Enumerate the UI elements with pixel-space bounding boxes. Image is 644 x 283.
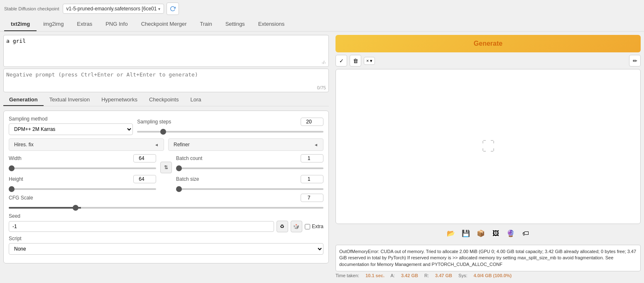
- positive-prompt-input[interactable]: a gril: [6, 38, 326, 63]
- sampling-steps-header: Sampling steps: [137, 118, 323, 126]
- nav-tab-settings[interactable]: Settings: [219, 17, 252, 31]
- image-placeholder-icon: ⛶: [482, 139, 495, 154]
- sys-label: Sys:: [458, 273, 467, 278]
- recycle-seed-button[interactable]: ♻: [277, 221, 288, 232]
- nav-tab-png-info[interactable]: PNG Info: [99, 17, 134, 31]
- image-toolbar: 📂 💾 📦 🖼 🔮 🏷: [335, 224, 641, 243]
- batch-size-slider[interactable]: [176, 188, 323, 190]
- checkpoint-dropdown[interactable]: v1-5-pruned-emaonly.safetensors [6ce01 ▾: [63, 4, 164, 14]
- trash-button[interactable]: 🗑: [350, 55, 361, 66]
- cfg-scale-group: CFG Scale: [9, 194, 323, 210]
- width-slider[interactable]: [9, 167, 156, 169]
- script-select[interactable]: None: [9, 243, 323, 255]
- r-label: R:: [424, 273, 429, 278]
- r-value: 3.47 GB: [435, 273, 452, 278]
- cfg-scale-value[interactable]: [301, 194, 323, 202]
- batch-count-slider[interactable]: [176, 167, 323, 169]
- zip-btn[interactable]: 📦: [475, 227, 487, 240]
- height-value[interactable]: [133, 175, 156, 183]
- a-label: A:: [390, 273, 394, 278]
- sub-tab-checkpoints[interactable]: Checkpoints: [143, 94, 185, 106]
- error-log-text: OutOfMemoryError: CUDA out of memory. Tr…: [339, 249, 636, 267]
- style-clear-button[interactable]: × ▾: [364, 57, 375, 65]
- sampling-method-label: Sampling method: [9, 116, 133, 122]
- negative-prompt-area: 0/75: [3, 69, 329, 92]
- sub-tabs: Generation Textual Inversion Hypernetwor…: [3, 94, 329, 106]
- image-area: ⛶: [335, 69, 641, 224]
- sampling-steps-value[interactable]: [301, 118, 323, 126]
- tag-btn[interactable]: 🏷: [519, 227, 532, 240]
- controls-area: Sampling method DPM++ 2M Karras Sampling…: [3, 111, 329, 263]
- sampling-method-row: Sampling method DPM++ 2M Karras Sampling…: [9, 116, 323, 135]
- height-label: Height: [9, 176, 23, 182]
- seed-row: ♻ 🎲 Extra: [9, 221, 323, 232]
- error-log: OutOfMemoryError: CUDA out of memory. Tr…: [335, 245, 641, 271]
- nav-tab-train[interactable]: Train: [193, 17, 219, 31]
- dice-seed-button[interactable]: 🎲: [291, 221, 302, 232]
- refiner-label: Refiner: [174, 142, 190, 148]
- batch-count-value[interactable]: [301, 154, 323, 162]
- top-bar: Stable Diffusion checkpoint v1-5-pruned-…: [0, 0, 644, 17]
- sampling-steps-slider[interactable]: [137, 131, 323, 133]
- batch-count-label: Batch count: [176, 155, 202, 161]
- sub-tab-textual-inversion[interactable]: Textual Inversion: [44, 94, 96, 106]
- sub-tab-generation[interactable]: Generation: [3, 94, 44, 106]
- swap-dimensions-button[interactable]: ⇅: [160, 162, 172, 173]
- batch-size-label: Batch size: [176, 176, 199, 182]
- script-label: Script: [9, 236, 323, 241]
- height-slider[interactable]: [9, 188, 156, 190]
- refresh-checkpoint-button[interactable]: [167, 2, 179, 15]
- nav-tab-extensions[interactable]: Extensions: [252, 17, 291, 31]
- generate-button[interactable]: Generate: [335, 35, 641, 52]
- width-value[interactable]: [133, 154, 156, 162]
- pencil-button[interactable]: ✏: [629, 55, 641, 66]
- save-btn[interactable]: 💾: [460, 227, 472, 240]
- script-section: Script None: [9, 236, 323, 255]
- extra-checkbox[interactable]: [305, 224, 310, 229]
- batch-count-group: Batch count: [176, 154, 323, 170]
- main-nav: txt2img img2img Extras PNG Info Checkpoi…: [0, 17, 644, 32]
- cfg-scale-slider[interactable]: [9, 207, 323, 209]
- dimensions-row: Width ⇅ Batch count: [9, 154, 323, 173]
- left-panel: a gril -/- 0/75 Generation Textual Inver…: [0, 32, 332, 281]
- nav-tab-img2img[interactable]: img2img: [37, 17, 70, 31]
- extra-checkbox-label[interactable]: Extra: [305, 224, 323, 229]
- checkpoint-select: v1-5-pruned-emaonly.safetensors [6ce01 ▾: [63, 2, 179, 15]
- hires-fix-toggle[interactable]: Hires. fix ◄: [9, 138, 164, 151]
- checkpoint-label: Stable Diffusion checkpoint: [4, 6, 59, 11]
- positive-prompt-counter: -/-: [322, 60, 326, 65]
- batch-size-group: Batch size: [176, 175, 323, 191]
- seed-label: Seed: [9, 213, 323, 219]
- nav-tab-extras[interactable]: Extras: [70, 17, 99, 31]
- time-taken-label: Time taken:: [335, 273, 359, 278]
- width-label: Width: [9, 155, 22, 161]
- open-folder-btn[interactable]: 📂: [445, 227, 457, 240]
- extra-label: Extra: [312, 224, 323, 229]
- hires-fix-arrow: ◄: [154, 143, 159, 147]
- refiner-arrow: ◄: [314, 143, 318, 147]
- status-bar: Time taken: 10.1 sec. A: 3.42 GB R: 3.47…: [335, 271, 641, 278]
- refiner-toggle[interactable]: Refiner ◄: [168, 138, 323, 151]
- cfg-scale-label: CFG Scale: [9, 195, 33, 201]
- height-batchsize-row: Height Batch size: [9, 175, 323, 191]
- sub-tab-hypernetworks[interactable]: Hypernetworks: [95, 94, 143, 106]
- seed-section: Seed ♻ 🎲 Extra: [9, 213, 323, 232]
- action-row: ✓ 🗑 × ▾ ✏: [335, 55, 641, 66]
- time-taken-value: 10.1 sec.: [365, 273, 384, 278]
- seed-input[interactable]: [9, 221, 274, 232]
- negative-prompt-input[interactable]: [6, 71, 326, 88]
- sub-tab-lora[interactable]: Lora: [184, 94, 207, 106]
- check-button[interactable]: ✓: [335, 55, 347, 66]
- send-to-img2img-btn[interactable]: 🖼: [490, 227, 502, 240]
- chevron-down-icon: ▾: [158, 7, 160, 11]
- nav-tab-txt2img[interactable]: txt2img: [4, 17, 37, 31]
- nav-tab-checkpoint-merger[interactable]: Checkpoint Merger: [135, 17, 193, 31]
- negative-prompt-counter: 0/75: [317, 85, 326, 90]
- sampling-steps-label: Sampling steps: [137, 119, 171, 125]
- height-group: Height: [9, 175, 156, 191]
- sampling-method-select[interactable]: DPM++ 2M Karras: [9, 123, 133, 135]
- batch-size-value[interactable]: [301, 175, 323, 183]
- right-panel: Generate ✓ 🗑 × ▾ ✏ ⛶ 📂 💾 📦 🖼 🔮 🏷 OutOfMe…: [332, 32, 644, 281]
- interrogate-btn[interactable]: 🔮: [504, 227, 517, 240]
- sys-value: 4.0/4 GB (100.0%): [474, 273, 512, 278]
